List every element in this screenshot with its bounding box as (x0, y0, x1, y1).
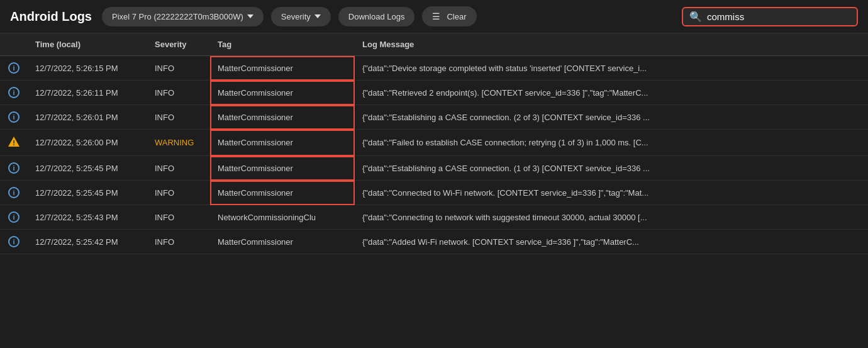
log-table: Time (local) Severity Tag Log Message i1… (0, 33, 868, 254)
search-input[interactable] (707, 11, 833, 22)
info-icon: i (8, 236, 19, 247)
col-header-message: Log Message (355, 33, 868, 56)
app-title: Android Logs (10, 9, 92, 24)
device-selector[interactable]: Pixel 7 Pro (22222222T0m3B000W) (102, 7, 264, 26)
svg-text:!: ! (13, 139, 15, 147)
device-label: Pixel 7 Pro (22222222T0m3B000W) (112, 12, 243, 21)
row-tag: MatterCommissioner (210, 181, 355, 205)
table-row[interactable]: i12/7/2022, 5:25:43 PMINFONetworkCommiss… (0, 205, 868, 230)
row-time: 12/7/2022, 5:25:45 PM (28, 181, 147, 205)
info-icon: i (8, 111, 19, 123)
col-header-tag: Tag (210, 33, 355, 56)
row-tag: MatterCommissioner (210, 156, 355, 181)
row-message: {"data":"Device storage completed with s… (355, 56, 868, 81)
severity-label: Severity (281, 12, 311, 21)
severity-filter[interactable]: Severity (271, 7, 331, 26)
row-time: 12/7/2022, 5:25:43 PM (28, 205, 147, 230)
table-row[interactable]: i12/7/2022, 5:25:42 PMINFOMatterCommissi… (0, 230, 868, 254)
row-icon: i (0, 230, 28, 254)
clear-icon: ☰ (432, 11, 440, 21)
row-severity: INFO (147, 156, 210, 181)
row-severity: INFO (147, 81, 210, 105)
row-message: {"data":"Retrieved 2 endpoint(s). [CONTE… (355, 81, 868, 105)
row-message: {"data":"Connected to Wi-Fi network. [CO… (355, 181, 868, 205)
row-severity: INFO (147, 56, 210, 81)
info-icon: i (8, 87, 19, 98)
row-tag: MatterCommissioner (210, 81, 355, 105)
row-severity: WARNING (147, 130, 210, 156)
row-message: {"data":"Failed to establish CASE connec… (355, 130, 868, 156)
col-header-icon (0, 33, 28, 56)
row-icon: i (0, 105, 28, 130)
row-time: 12/7/2022, 5:26:00 PM (28, 130, 147, 156)
row-severity: INFO (147, 205, 210, 230)
table-row[interactable]: i12/7/2022, 5:26:01 PMINFOMatterCommissi… (0, 105, 868, 130)
row-severity: INFO (147, 105, 210, 130)
table-row[interactable]: i12/7/2022, 5:26:15 PMINFOMatterCommissi… (0, 56, 868, 81)
table-row[interactable]: i12/7/2022, 5:26:11 PMINFOMatterCommissi… (0, 81, 868, 105)
row-tag: MatterCommissioner (210, 56, 355, 81)
row-tag: MatterCommissioner (210, 230, 355, 254)
row-severity: INFO (147, 230, 210, 254)
search-box: 🔍 (682, 7, 858, 26)
table-row[interactable]: i12/7/2022, 5:25:45 PMINFOMatterCommissi… (0, 181, 868, 205)
clear-label: Clear (447, 12, 466, 21)
row-icon: i (0, 81, 28, 105)
app-header: Android Logs Pixel 7 Pro (22222222T0m3B0… (0, 0, 868, 33)
row-tag: MatterCommissioner (210, 130, 355, 156)
download-logs-button[interactable]: Download Logs (338, 7, 415, 26)
row-time: 12/7/2022, 5:25:45 PM (28, 156, 147, 181)
row-tag: NetworkCommissioningClu (210, 205, 355, 230)
row-icon: i (0, 205, 28, 230)
download-label: Download Logs (348, 12, 405, 21)
row-icon: ! (0, 130, 28, 156)
row-message: {"data":"Establishing a CASE connection.… (355, 105, 868, 130)
row-icon: i (0, 156, 28, 181)
row-message: {"data":"Added Wi-Fi network. [CONTEXT s… (355, 230, 868, 254)
row-time: 12/7/2022, 5:25:42 PM (28, 230, 147, 254)
info-icon: i (8, 187, 19, 198)
info-icon: i (8, 162, 19, 174)
row-severity: INFO (147, 181, 210, 205)
col-header-time: Time (local) (28, 33, 147, 56)
warning-icon: ! (8, 136, 20, 147)
chevron-down-icon (314, 14, 321, 18)
row-tag: MatterCommissioner (210, 105, 355, 130)
clear-button[interactable]: ☰ Clear (422, 6, 476, 26)
info-icon: i (8, 62, 19, 74)
table-row[interactable]: i12/7/2022, 5:25:45 PMINFOMatterCommissi… (0, 156, 868, 181)
table-row[interactable]: !12/7/2022, 5:26:00 PMWARNINGMatterCommi… (0, 130, 868, 156)
info-icon: i (8, 211, 19, 223)
row-time: 12/7/2022, 5:26:11 PM (28, 81, 147, 105)
row-message: {"data":"Connecting to network with sugg… (355, 205, 868, 230)
row-time: 12/7/2022, 5:26:15 PM (28, 56, 147, 81)
col-header-severity: Severity (147, 33, 210, 56)
row-icon: i (0, 181, 28, 205)
row-message: {"data":"Establishing a CASE connection.… (355, 156, 868, 181)
chevron-down-icon (247, 14, 253, 18)
row-time: 12/7/2022, 5:26:01 PM (28, 105, 147, 130)
table-header-row: Time (local) Severity Tag Log Message (0, 33, 868, 56)
search-icon: 🔍 (689, 11, 702, 23)
row-icon: i (0, 56, 28, 81)
